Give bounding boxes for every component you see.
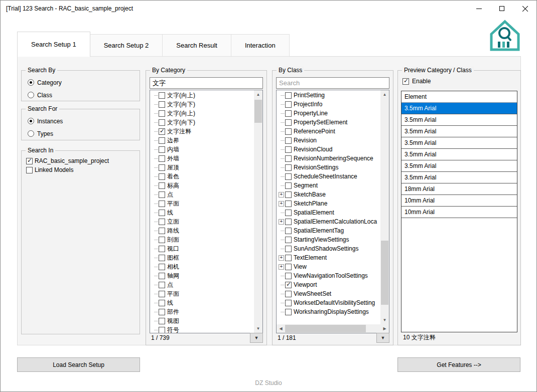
maximize-button[interactable] [490, 1, 513, 17]
class-item[interactable]: Revision [277, 136, 380, 145]
table-row[interactable]: 3.5mm Arial [401, 160, 517, 172]
search-by-radio-option[interactable]: Category [28, 76, 133, 89]
category-item[interactable]: 线 [150, 298, 254, 307]
search-for-radio-option[interactable]: Instances [28, 115, 133, 127]
category-filter-input[interactable] [150, 77, 263, 89]
table-row[interactable]: 3.5mm Arial [401, 114, 517, 126]
load-search-setup-button[interactable]: Load Search Setup [17, 357, 140, 372]
search-for-radio-option[interactable]: Types [28, 127, 133, 140]
class-item[interactable]: ViewSheetSet [277, 289, 380, 298]
category-item[interactable]: 文字(向下) [150, 118, 254, 127]
category-item[interactable]: 着色 [150, 172, 254, 181]
class-item[interactable]: SpatialElementCalculationLoca [277, 217, 380, 226]
class-item[interactable]: SketchBase [277, 190, 380, 199]
search-in-item[interactable]: Linked Models [25, 165, 136, 174]
class-item[interactable]: ProjectInfo [277, 100, 380, 109]
search-in-item[interactable]: RAC_basic_sample_project [25, 156, 136, 165]
class-item[interactable]: ScheduleSheetInstance [277, 172, 380, 181]
class-item[interactable]: SpatialElementTag [277, 226, 380, 235]
class-item[interactable]: RevisionSettings [277, 163, 380, 172]
vertical-scrollbar[interactable] [254, 90, 262, 333]
class-item[interactable]: ViewNavigationToolSettings [277, 271, 380, 280]
class-item[interactable]: WorksetDefaultVisibilitySetting [277, 298, 380, 307]
class-search-input[interactable] [276, 77, 389, 89]
minimize-button[interactable] [467, 1, 490, 17]
category-item[interactable]: 点 [150, 190, 254, 199]
horizontal-scrollbar[interactable] [277, 324, 389, 333]
class-dropdown-button[interactable] [376, 333, 389, 343]
category-item[interactable]: 符号 [150, 325, 254, 333]
scroll-up-icon[interactable] [254, 90, 262, 99]
class-item[interactable]: RevisionCloud [277, 145, 380, 154]
category-item[interactable]: 标高 [150, 181, 254, 190]
expand-plus-icon[interactable] [279, 192, 284, 198]
scrollbar-thumb[interactable] [285, 325, 366, 332]
expand-plus-icon[interactable] [279, 201, 284, 207]
class-item[interactable]: PropertyLine [277, 109, 380, 118]
category-item[interactable]: 外墙 [150, 154, 254, 163]
checkbox-icon [402, 78, 409, 85]
tab[interactable]: Interaction [231, 34, 290, 57]
scroll-down-icon[interactable] [380, 316, 389, 324]
scroll-left-icon[interactable] [277, 324, 285, 333]
category-item[interactable]: 路线 [150, 226, 254, 235]
table-row[interactable]: 3.5mm Arial [401, 172, 517, 183]
table-row[interactable]: 3.5mm Arial [401, 137, 517, 149]
scroll-up-icon[interactable] [380, 90, 389, 99]
table-row[interactable]: 3.5mm Arial [401, 149, 517, 160]
class-item[interactable]: RevisionNumberingSequence [277, 154, 380, 163]
class-item[interactable]: Segment [277, 181, 380, 190]
category-item[interactable]: 相机 [150, 262, 254, 271]
table-row[interactable]: 3.5mm Arial [401, 103, 517, 114]
search-by-radio-option[interactable]: Class [28, 89, 133, 101]
category-item[interactable]: 内墙 [150, 145, 254, 154]
category-item[interactable]: 平面 [150, 289, 254, 298]
category-item[interactable]: 平面 [150, 199, 254, 208]
scrollbar-thumb[interactable] [381, 241, 388, 305]
close-button[interactable] [513, 1, 536, 17]
category-item[interactable]: 文字(向上) [150, 91, 254, 100]
class-item[interactable]: Viewport [277, 280, 380, 289]
category-dropdown-button[interactable] [250, 333, 263, 343]
class-item[interactable]: TextElement [277, 253, 380, 262]
class-item[interactable]: SunAndShadowSettings [277, 244, 380, 253]
expand-plus-icon[interactable] [279, 255, 284, 261]
class-item[interactable]: SpatialElement [277, 208, 380, 217]
category-item[interactable]: 剖面 [150, 235, 254, 244]
category-item[interactable]: 轴网 [150, 271, 254, 280]
table-row[interactable]: 10mm Arial [401, 207, 517, 218]
class-item[interactable]: SketchPlane [277, 199, 380, 208]
category-item[interactable]: 文字(向上) [150, 109, 254, 118]
category-item[interactable]: 视图 [150, 316, 254, 325]
expand-plus-icon[interactable] [279, 219, 284, 225]
vertical-scrollbar[interactable] [380, 90, 389, 324]
class-item[interactable]: WorksharingDisplaySettings [277, 307, 380, 316]
table-row[interactable]: 10mm Arial [401, 195, 517, 207]
tab[interactable]: Search Setup 2 [90, 34, 163, 57]
get-features-button[interactable]: Get Features --> [397, 357, 520, 372]
category-item[interactable]: 边界 [150, 136, 254, 145]
enable-checkbox[interactable]: Enable [402, 78, 431, 85]
scrollbar-thumb[interactable] [254, 100, 262, 123]
scroll-right-icon[interactable] [380, 324, 389, 333]
tab[interactable]: Search Result [163, 34, 231, 57]
category-item[interactable]: 线 [150, 208, 254, 217]
class-item[interactable]: ReferencePoint [277, 127, 380, 136]
category-item[interactable]: 屋顶 [150, 163, 254, 172]
category-item[interactable]: 部件 [150, 307, 254, 316]
table-row[interactable]: 18mm Arial [401, 183, 517, 195]
category-item[interactable]: 视口 [150, 244, 254, 253]
class-item[interactable]: PrintSetting [277, 91, 380, 100]
tab[interactable]: Search Setup 1 [17, 32, 90, 57]
class-item[interactable]: PropertySetElement [277, 118, 380, 127]
category-item[interactable]: 文字(向下) [150, 100, 254, 109]
class-item[interactable]: StartingViewSettings [277, 235, 380, 244]
category-item[interactable]: 立面 [150, 217, 254, 226]
table-row[interactable]: 3.5mm Arial [401, 126, 517, 137]
category-item[interactable]: 图框 [150, 253, 254, 262]
class-item[interactable]: View [277, 262, 380, 271]
category-item[interactable]: 文字注释 [150, 127, 254, 136]
expand-plus-icon[interactable] [279, 264, 284, 270]
category-item[interactable]: 点 [150, 280, 254, 289]
scroll-down-icon[interactable] [254, 324, 262, 333]
